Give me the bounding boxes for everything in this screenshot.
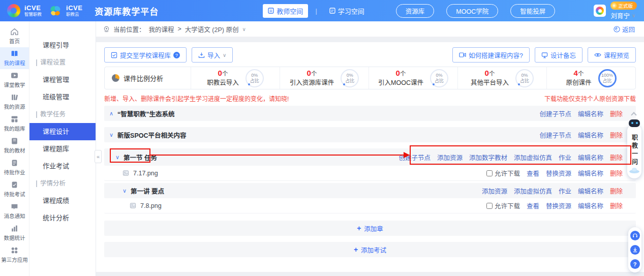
add-virtual-simulation-link[interactable]: 添加虚拟仿真	[514, 186, 552, 196]
icve-zhihuizhijiao-logo-icon	[7, 4, 20, 17]
edit-name-link[interactable]: 编辑名称	[578, 109, 603, 118]
replace-resource-link[interactable]: 替换资源	[546, 168, 571, 178]
platform-title: 资源库教学平台	[95, 5, 159, 17]
allow-download-input[interactable]	[486, 203, 493, 209]
edit-name-link[interactable]: 编辑名称	[578, 130, 603, 140]
customer-service-button[interactable]	[630, 231, 640, 240]
rail-item-pending-exams[interactable]: 待批考试	[0, 178, 29, 200]
view-link[interactable]: 查看	[527, 168, 539, 178]
help-circle-icon[interactable]: ?	[173, 52, 180, 58]
headset-icon	[632, 233, 638, 238]
chevron-down-icon[interactable]: ∨	[109, 132, 113, 138]
stat-count: 0	[396, 69, 400, 77]
menu-item-course-design[interactable]: 课程设计	[29, 123, 96, 140]
app-chip-logo-icon	[596, 7, 604, 15]
breadcrumb-root[interactable]: 我的课程	[149, 24, 174, 34]
medal-icon	[611, 3, 617, 8]
menu-item-course-management[interactable]: 课程管理	[29, 71, 96, 88]
rail-item-pending-homework[interactable]: 待批作业	[0, 157, 29, 178]
download-button[interactable]	[630, 245, 640, 255]
rail-item-my-question-bank[interactable]: 我的题库	[0, 113, 29, 135]
teacher-space-tab[interactable]: 教师空间	[263, 4, 308, 18]
menu-item-statistical-analysis[interactable]: 统计分析	[29, 209, 96, 227]
how-to-build-content-button[interactable]: 如何搭建课程内容?	[452, 47, 530, 63]
brand-area: iCVE 智慧职教 iCVE 职教云 资源库教学平台	[7, 4, 159, 17]
textbook-icon	[11, 137, 18, 145]
rail-label: 待批作业	[4, 168, 25, 176]
import-button[interactable]: 导入 ∨	[192, 47, 233, 63]
menu-item-class-management[interactable]: 班级管理	[29, 88, 96, 106]
rail-item-home[interactable]: 首页	[0, 25, 29, 47]
rail-item-notifications[interactable]: 消息通知	[0, 200, 29, 222]
add-resource-link[interactable]: 添加资源	[482, 186, 507, 196]
allow-download-checkbox[interactable]: 允许下载	[486, 168, 520, 178]
delete-link[interactable]: 删除	[610, 186, 623, 196]
menu-item-course-question-bank[interactable]: 课程题库	[29, 140, 96, 158]
allow-download-checkbox[interactable]: 允许下载	[486, 201, 520, 210]
chevron-down-icon[interactable]: ∨	[242, 26, 246, 32]
brand-icve: iCVE 智慧职教	[24, 5, 42, 17]
chevron-down-icon[interactable]: ∨	[122, 188, 127, 194]
icve-zhijiaoyun-logo-icon	[49, 4, 62, 17]
rail-item-classroom-teaching[interactable]: 课堂教学	[0, 69, 29, 91]
chevron-up-icon[interactable]: ∧	[109, 110, 113, 117]
create-child-node-link[interactable]: 创建子节点	[539, 130, 571, 140]
edit-name-link[interactable]: 编辑名称	[578, 201, 603, 210]
homework-link[interactable]: 作业	[559, 152, 571, 162]
tree-row-section-1: ∨ 第一节 任务 创建子节点 添加资源 添加数字教材 添加虚拟仿真 作业 编辑名…	[104, 148, 636, 166]
sidebar-collapse-handle[interactable]: «	[95, 150, 102, 163]
create-child-node-link[interactable]: 创建子节点	[539, 109, 571, 118]
edit-name-link[interactable]: 编辑名称	[578, 152, 603, 162]
add-exam-button[interactable]: + 添加考试	[104, 242, 636, 257]
delete-link[interactable]: 删除	[610, 168, 623, 178]
gauge-pct: 0%	[251, 73, 258, 78]
mooc-academy-button[interactable]: MOOC学院	[446, 4, 498, 18]
delete-link[interactable]: 删除	[610, 201, 623, 210]
smart-screencast-button[interactable]: 智能投屏	[510, 4, 555, 18]
delete-link[interactable]: 删除	[610, 130, 623, 140]
edit-name-link[interactable]: 编辑名称	[578, 186, 603, 196]
learn-space-label: 学习空间	[338, 6, 364, 16]
rail-item-third-party-apps[interactable]: 第三方应用	[0, 244, 29, 266]
app-chip-icon[interactable]	[594, 5, 606, 17]
view-link[interactable]: 查看	[527, 201, 539, 210]
delete-link[interactable]: 删除	[610, 152, 623, 162]
allow-download-input[interactable]	[486, 170, 493, 176]
course-preview-button[interactable]: 课程预览	[588, 47, 636, 63]
rail-item-my-courses[interactable]: 我的课程	[0, 47, 29, 69]
rail-item-my-resources[interactable]: 我的资源	[0, 91, 29, 113]
add-digital-textbook-link[interactable]: 添加数字教材	[469, 152, 507, 162]
create-child-node-link[interactable]: 创建子节点	[398, 152, 431, 162]
menu-item-homework-exam[interactable]: 作业考试	[29, 158, 96, 175]
rail-item-my-textbooks[interactable]: 我的教材	[0, 135, 29, 157]
courseware-stats-bar: 课件比例分析 0个职教云导入 0%占比 0个引入资源库课件 0%占比 0个引入M…	[104, 67, 636, 89]
menu-item-course-grades[interactable]: 课程成绩	[29, 192, 96, 209]
question-mark-icon: ?	[633, 261, 637, 267]
chevron-down-icon[interactable]: ∨	[115, 154, 119, 161]
edit-name-link[interactable]: 编辑名称	[578, 168, 603, 178]
back-button[interactable]: 返回	[614, 24, 635, 34]
resource-library-button[interactable]: 资源库	[396, 4, 435, 18]
design-memo-button[interactable]: 设计备忘	[535, 47, 582, 63]
homework-link[interactable]: 作业	[559, 186, 571, 196]
back-arrow-icon	[614, 26, 620, 33]
submit-to-school-library-button[interactable]: 提交至学校课程库 ?	[104, 47, 187, 63]
add-resource-link[interactable]: 添加资源	[437, 152, 463, 162]
add-chapter-button[interactable]: + 添加章	[104, 221, 636, 236]
replace-resource-link[interactable]: 替换资源	[546, 201, 571, 210]
brand-icve-title: iCVE	[24, 5, 42, 11]
allow-download-label: 允许下载	[495, 168, 520, 178]
stat-gauge: 100%占比	[598, 69, 617, 87]
rail-item-data-statistics[interactable]: 数据统计	[0, 222, 29, 244]
assistant-widget[interactable]: 职教一问	[627, 124, 641, 178]
stat-gauge: 0%占比	[515, 69, 534, 87]
breadcrumb-bar: 当前位置： 我的课程 > 大学语文 (2P) 原创 ∨ 返回	[96, 21, 644, 37]
learn-space-tab[interactable]: 学习空间	[324, 4, 370, 18]
submit-label: 提交至学校课程库	[120, 50, 171, 60]
help-button[interactable]: ?	[630, 259, 640, 269]
add-virtual-simulation-link[interactable]: 添加虚拟仿真	[514, 152, 552, 162]
menu-item-course-guide[interactable]: 课程引导	[29, 37, 96, 54]
books-icon	[11, 94, 18, 101]
user-menu[interactable]: 刘育宁 ∨	[610, 11, 635, 20]
delete-link[interactable]: 删除	[610, 109, 623, 118]
